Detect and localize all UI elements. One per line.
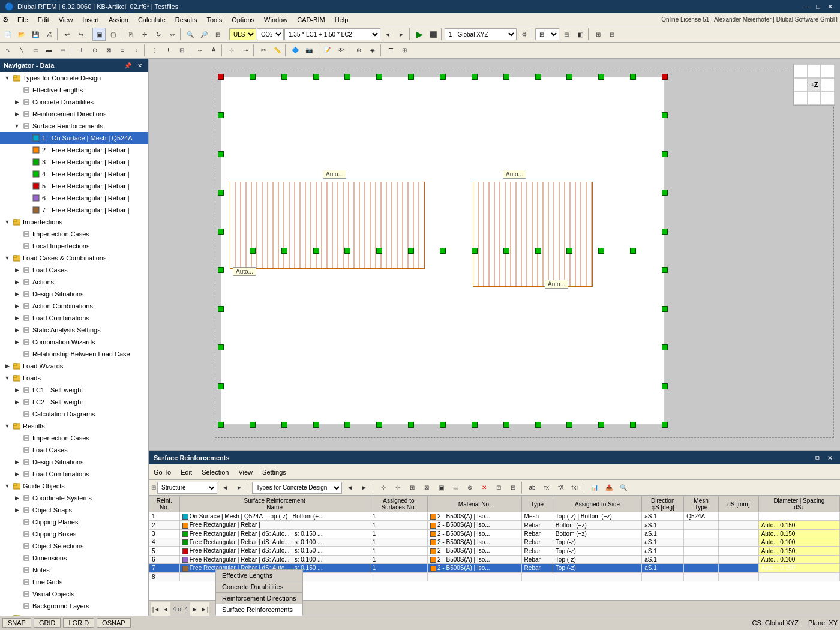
table-row-5[interactable]: 5Free Rectangular | Rebar | dS: Auto... … [149,547,840,555]
table-cell-1-5[interactable]: Top (-z) | Bottom (+z) [553,512,641,521]
table-cell-8-4[interactable] [521,572,553,581]
table-cell-3-9[interactable]: Auto... 0.150 [758,529,839,538]
compass-ne[interactable] [821,64,835,78]
member-button[interactable]: ━ [56,44,70,57]
nav-item-load-wizards[interactable]: ▶Load Wizards [0,360,148,372]
nav-item-guide-objects[interactable]: ▼Guide Objects [0,480,148,492]
menu-item-window[interactable]: Window [259,15,292,25]
nav-item-clipping-planes[interactable]: Clipping Planes [0,516,148,528]
table-cell-4-9[interactable]: Auto... 0.100 [758,538,839,547]
structure-next-button[interactable]: ► [233,481,246,494]
snap-grid-button[interactable]: ⊹ [225,44,238,57]
table-cell-5-3[interactable]: 2 - B500S(A) | Iso... [428,547,522,555]
bp-filter-button[interactable]: 🔍 [617,481,630,494]
table-cell-5-1[interactable]: Free Rectangular | Rebar | dS: Auto... |… [179,547,370,555]
text-button[interactable]: A [207,44,220,57]
split-h-button[interactable]: ⊞ [592,28,605,41]
nav-item-concrete-design[interactable]: ▶Concrete Design [0,612,148,616]
goto-menu-item[interactable]: Go To [151,467,173,477]
formula-combo[interactable]: 1.35 * LC1 + 1.50 * LC2 [284,28,380,40]
tab-reinforcement-directions[interactable]: Reinforcement Directions [215,592,303,604]
table-cell-2-1[interactable]: Free Rectangular | Rebar | [179,521,370,529]
tab-surface-reinforcements[interactable]: Surface Reinforcements [215,604,303,616]
undo-button[interactable]: ↩ [61,28,74,41]
zoom-out-button[interactable]: 🔎 [197,28,211,41]
bp-btn7[interactable]: ⊗ [463,481,476,494]
render-3d-button[interactable]: 🔷 [289,44,302,57]
stop-calc-button[interactable]: ⬛ [427,28,440,41]
menu-item-file[interactable]: File [13,15,33,25]
menu-item-edit[interactable]: Edit [33,15,54,25]
table-cell-5-4[interactable]: Rebar [521,547,553,555]
split-v-button[interactable]: ⊟ [605,28,619,41]
table-cell-8-9[interactable] [758,572,839,581]
close-button[interactable]: ✕ [825,3,835,11]
nav-item-surf-reinf-1[interactable]: 1 - On Surface | Mesh | Q524A [0,132,148,144]
list-view-button[interactable]: ☰ [384,44,397,57]
mirror-button[interactable]: ⇔ [166,28,179,41]
camera-button[interactable]: 📷 [302,44,316,57]
menu-item-calculate[interactable]: Calculate [133,15,170,25]
first-page-button[interactable]: |◄ [151,602,161,616]
panel-close-button[interactable]: ✕ [825,454,835,462]
table-cell-7-7[interactable] [684,564,719,572]
table-cell-3-8[interactable] [719,529,759,538]
bp-delete-button[interactable]: ✕ [478,481,491,494]
table-cell-6-6[interactable]: aS.1 [642,555,684,563]
nav-item-load-combinations[interactable]: ▶Load Combinations [0,312,148,324]
bp-btn5[interactable]: ▣ [434,481,448,494]
redo-button[interactable]: ↪ [74,28,88,41]
menu-item-options[interactable]: Options [227,15,259,25]
table-row-4[interactable]: 4Free Rectangular | Rebar | dS: Auto... … [149,538,840,547]
snap-line-button[interactable]: ⊸ [239,44,252,57]
table-cell-8-2[interactable] [370,572,427,581]
table-cell-5-6[interactable]: aS.1 [642,547,684,555]
table-cell-1-9[interactable] [758,512,839,521]
table-cell-6-2[interactable]: 1 [370,555,427,563]
last-page-button[interactable]: ►| [200,602,209,616]
table-cell-4-6[interactable]: aS.1 [642,538,684,547]
tab-concrete-durabilities[interactable]: Concrete Durabilities [215,581,303,592]
types-dropdown[interactable]: Types for Concrete Design [252,482,342,494]
table-cell-1-3[interactable]: 2 - B500S(A) | Iso... [428,512,522,521]
table-cell-2-4[interactable]: Rebar [521,521,553,529]
nav-item-res-load-combinations[interactable]: ▶Load Combinations [0,468,148,480]
status-btn-snap[interactable]: SNAP [2,618,31,628]
nav-item-lc1[interactable]: ▶LC1 - Self-weight [0,384,148,396]
new-button[interactable]: 📄 [1,28,14,41]
viewport-canvas[interactable]: Auto... Auto... Auto... Auto... +Z [149,59,840,450]
structure-dropdown[interactable]: Structure [157,482,217,494]
table-cell-5-5[interactable]: Top (-z) [553,547,641,555]
compass-sw[interactable] [794,91,808,105]
table-cell-8-3[interactable] [428,572,522,581]
table-cell-6-5[interactable]: Top (-z) [553,555,641,563]
measure-button[interactable]: 📏 [271,44,284,57]
table-row-6[interactable]: 6Free Rectangular | Rebar | dS: Auto... … [149,555,840,563]
menu-item-results[interactable]: Results [170,15,202,25]
reinf2-button[interactable]: ⁞ [161,44,175,57]
point-load-button[interactable]: ↓ [130,44,143,57]
copy-button[interactable]: ⎘ [124,28,137,41]
next-page-button[interactable]: ► [190,602,200,616]
table-cell-8-7[interactable] [684,572,719,581]
table-cell-1-7[interactable]: Q524A [684,512,719,521]
nav-item-design-situations[interactable]: ▶Design Situations [0,288,148,300]
nav-item-imperfection-cases[interactable]: Imperfection Cases [0,228,148,240]
surface-button[interactable]: ▭ [29,44,42,57]
table-cell-3-7[interactable] [684,529,719,538]
zoom-in-button[interactable]: 🔍 [184,28,197,41]
table-cell-6-7[interactable] [684,555,719,563]
tab-effective-lengths[interactable]: Effective Lengths [215,569,303,581]
table-cell-8-5[interactable] [553,572,641,581]
table-cell-2-6[interactable]: aS.1 [642,521,684,529]
table-cell-7-4[interactable]: Rebar [521,564,553,572]
menu-item-tools[interactable]: Tools [202,15,227,25]
bp-fx3-button[interactable]: fx↑ [569,481,582,494]
nav-item-notes[interactable]: Notes [0,564,148,576]
table-cell-3-5[interactable]: Bottom (+z) [553,529,641,538]
settings-menu-item[interactable]: Settings [260,467,289,477]
table-cell-5-9[interactable]: Auto... 0.150 [758,547,839,555]
nav-item-res-imperfection-cases[interactable]: Imperfection Cases [0,432,148,444]
table-cell-7-8[interactable] [719,564,759,572]
compass-widget[interactable]: +Z [793,64,835,106]
